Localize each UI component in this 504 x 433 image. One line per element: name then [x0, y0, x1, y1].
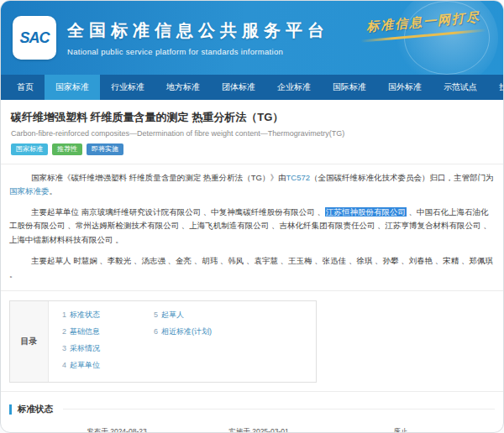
divider — [1, 164, 503, 164]
timeline-label-implemented: 实施于 2025-03-01 — [228, 427, 288, 433]
slogan: 标准信息一网打尽 — [360, 14, 486, 37]
status-section-header: 标准状态 — [9, 404, 495, 415]
site-header: SAC 全国标准信息公共服务平台 National public service… — [1, 1, 503, 75]
section-header-rule — [63, 409, 495, 410]
nav-item-enterprise-standards[interactable]: 企业标准 — [266, 75, 322, 100]
timeline-node-implemented: 实施于 2025-03-01 — [228, 427, 288, 433]
timeline-node-abolished: 废止 — [394, 427, 408, 433]
toc-item-adoption[interactable]: 3采标情况 — [62, 343, 100, 354]
divider — [1, 290, 503, 291]
nav-item-pilot-programs[interactable]: 示范试点 — [433, 75, 488, 100]
toc-item-link[interactable]: 相近标准(计划) — [161, 327, 212, 336]
toc-label: 目录 — [10, 301, 49, 382]
toc-item-number: 3 — [62, 344, 66, 352]
main-content: 碳纤维增强塑料 纤维质量含量的测定 热重分析法（TG） Carbon-fibre… — [1, 100, 503, 433]
sac-logo: SAC — [13, 16, 56, 60]
nav-item-group-standards[interactable]: 团体标准 — [211, 75, 266, 100]
drafting-units-label: 主要起草单位 — [31, 207, 81, 216]
nav-item-industry-standards[interactable]: 行业标准 — [100, 75, 155, 100]
standard-title-en: Carbon-fibre-reinforced composites—Deter… — [11, 129, 495, 138]
drafting-units-before: 南京玻璃纤维研究设计院有限公司 、中复神鹰碳纤维股份有限公司 、 — [81, 207, 325, 216]
toc-item-drafting-units[interactable]: 4起草单位 — [62, 360, 100, 371]
timeline-node-published: 发布于 2024-08-23 — [87, 427, 146, 433]
nav-item-technical-committees[interactable]: 技术委员会 — [488, 75, 504, 100]
section-accent-bar — [9, 404, 12, 415]
status-section-title: 标准状态 — [18, 404, 53, 415]
toc-item-number: 6 — [154, 327, 158, 336]
nav-item-national-standards[interactable]: 国家标准 — [45, 75, 100, 100]
timeline-label-published: 发布于 2024-08-23 — [87, 427, 146, 433]
badge-upcoming: 即将实施 — [87, 143, 123, 155]
site-titles: 全国标准信息公共服务平台 National public service pla… — [67, 19, 329, 56]
toc-item-number: 1 — [62, 310, 66, 319]
toc-item-number: 5 — [154, 310, 158, 319]
nav-item-local-standards[interactable]: 地方标准 — [155, 75, 211, 100]
toc-item-link[interactable]: 标准状态 — [70, 310, 100, 319]
drafters-names: 时慧娴 、李毅光 、汤志强 、金亮 、胡玮 、韩风 、袁宇慧 、王玉梅 、张迅佳… — [9, 256, 493, 279]
timeline-label-abolished: 废止 — [394, 427, 408, 433]
standards-platform-page: SAC 全国标准信息公共服务平台 National public service… — [0, 0, 504, 433]
toc-column-1: 1标准状态 2基础信息 3采标情况 4起草单位 — [62, 310, 100, 377]
tc572-link[interactable]: TC572 — [286, 173, 310, 182]
site-title: 全国标准信息公共服务平台 — [67, 19, 329, 42]
nav-item-foreign-standards[interactable]: 国外标准 — [377, 75, 433, 100]
nav-item-international-standards[interactable]: 国际标准 — [322, 75, 377, 100]
toc-item-similar-standards[interactable]: 6相近标准(计划) — [154, 326, 212, 337]
drafters-label: 主要起草人 — [31, 256, 73, 265]
toc-item-drafters[interactable]: 5起草人 — [154, 310, 212, 321]
sac-committee-link[interactable]: 国家标准委 — [9, 186, 50, 196]
para1-text-prefix: 国家标准《碳纤维增强塑料 纤维质量含量的测定 热重分析法（TG）》由 — [31, 173, 286, 182]
summary-paragraph-1: 国家标准《碳纤维增强塑料 纤维质量含量的测定 热重分析法（TG）》由TC572（… — [9, 171, 495, 199]
highlighted-company: 江苏恒神股份有限公司 — [325, 207, 407, 216]
main-nav: 首页 国家标准 行业标准 地方标准 团体标准 企业标准 国际标准 国外标准 示范… — [1, 75, 503, 100]
toc-item-link[interactable]: 采标情况 — [70, 344, 100, 352]
standard-badges: 国家标准 推荐性 即将实施 — [11, 143, 495, 155]
sac-logo-text: SAC — [19, 29, 49, 47]
para1-text-mid: （全国碳纤维标准化技术委员会）归口，主管部门为 — [310, 173, 494, 182]
toc-columns: 1标准状态 2基础信息 3采标情况 4起草单位 5起草人 6相近标准(计划) — [49, 301, 212, 382]
toc-item-number: 2 — [62, 327, 66, 336]
toc-item-status[interactable]: 1标准状态 — [62, 310, 100, 321]
table-of-contents: 目录 1标准状态 2基础信息 3采标情况 4起草单位 5起草人 6相近标准(计划… — [9, 300, 317, 383]
nav-item-home[interactable]: 首页 — [6, 75, 45, 100]
toc-column-2: 5起草人 6相近标准(计划) — [154, 310, 212, 377]
para1-text-suffix: 。 — [50, 186, 58, 196]
standard-title-cn: 碳纤维增强塑料 纤维质量含量的测定 热重分析法（TG） — [11, 110, 495, 125]
drafting-units-paragraph: 主要起草单位 南京玻璃纤维研究设计院有限公司 、中复神鹰碳纤维股份有限公司 、江… — [9, 206, 495, 248]
toc-item-link[interactable]: 起草单位 — [70, 361, 100, 369]
badge-national-standard: 国家标准 — [11, 143, 48, 155]
toc-item-number: 4 — [62, 361, 66, 369]
badge-recommended: 推荐性 — [52, 143, 82, 155]
status-timeline: 发布于 2024-08-23 实施于 2025-03-01 废止 — [9, 427, 495, 433]
divider — [1, 391, 503, 392]
toc-item-link[interactable]: 起草人 — [161, 310, 184, 319]
drafters-paragraph: 主要起草人 时慧娴 、李毅光 、汤志强 、金亮 、胡玮 、韩风 、袁宇慧 、王玉… — [9, 254, 495, 282]
toc-item-basic-info[interactable]: 2基础信息 — [62, 326, 100, 337]
site-subtitle: National public service platform for sta… — [67, 47, 329, 56]
toc-item-link[interactable]: 基础信息 — [70, 327, 100, 336]
